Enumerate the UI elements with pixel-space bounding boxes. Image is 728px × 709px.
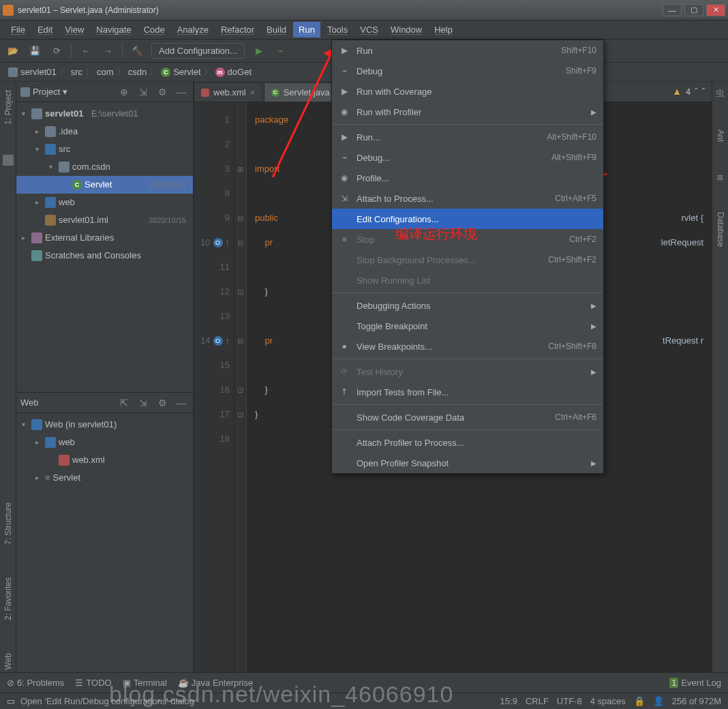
problems-tab[interactable]: ⊘6: Problems — [7, 678, 64, 688]
expand-icon[interactable]: ⇲ — [136, 85, 151, 100]
project-panel-title: Project — [33, 87, 60, 97]
tab-project[interactable]: 1: Project — [2, 87, 14, 127]
maximize-button[interactable]: ▢ — [684, 4, 703, 16]
tree-item[interactable]: ▾com.csdn — [16, 158, 193, 176]
menu-build[interactable]: Build — [261, 22, 292, 37]
lock-icon[interactable]: 🔒 — [634, 696, 645, 706]
statusbar: ▭ Open 'Edit Run/Debug configurations' d… — [0, 693, 728, 709]
terminal-tab[interactable]: ▣Terminal — [123, 678, 167, 688]
hide-icon[interactable]: — — [174, 85, 189, 100]
menu-item[interactable]: ⌁DebugShift+F9 — [332, 61, 603, 81]
collapse-icon[interactable]: ⇱ — [117, 395, 132, 410]
window-title: servlet01 – Servlet.java (Administrator) — [18, 5, 663, 15]
todo-tab[interactable]: ☰TODO — [75, 678, 111, 688]
bc-csdn[interactable]: csdn — [128, 67, 147, 77]
tree-item[interactable]: ▸≡Servlet — [16, 469, 193, 487]
tree-item[interactable]: web.xml — [16, 451, 193, 469]
bc-servlet[interactable]: CServlet — [161, 67, 200, 77]
menu-item[interactable]: ◉Profile... — [332, 168, 603, 188]
forward-icon[interactable]: → — [100, 44, 115, 59]
user-icon[interactable]: 👤 — [653, 696, 664, 706]
settings-icon[interactable]: ⚙ — [155, 85, 170, 100]
tree-root[interactable]: ▾servlet01 E:\servlet01 — [16, 105, 193, 123]
menu-item[interactable]: Show Code Coverage DataCtrl+Alt+F6 — [332, 407, 603, 427]
eventlog-tab[interactable]: 1Event Log — [669, 678, 721, 688]
status-memory[interactable]: 256 of 972M — [672, 696, 721, 706]
bc-project[interactable]: servlet01 — [8, 67, 57, 77]
tree-scratches[interactable]: Scratches and Consoles — [16, 247, 193, 265]
menu-item[interactable]: ⌁Debug...Alt+Shift+F9 — [332, 147, 603, 168]
menu-item[interactable]: ▶RunShift+F10 — [332, 40, 603, 61]
tree-external[interactable]: ▸External Libraries — [16, 229, 193, 247]
tab-web[interactable]: Web — [2, 650, 14, 672]
menu-refactor[interactable]: Refactor — [215, 22, 260, 37]
menu-item[interactable]: ●View Breakpoints...Ctrl+Shift+F8 — [332, 336, 603, 357]
menu-navigate[interactable]: Navigate — [91, 22, 136, 37]
menu-window[interactable]: Window — [385, 22, 427, 37]
menu-item: Stop Background Processes...Ctrl+Shift+F… — [332, 250, 603, 270]
status-encoding[interactable]: UTF-8 — [557, 696, 582, 706]
menu-code[interactable]: Code — [138, 22, 170, 37]
menu-item[interactable]: Edit Configurations... — [332, 209, 603, 229]
hide-icon[interactable]: — — [174, 395, 189, 410]
locate-icon[interactable]: ⊕ — [117, 85, 132, 100]
menu-item[interactable]: ⇲Attach to Process...Ctrl+Alt+F5 — [332, 188, 603, 209]
settings-icon[interactable]: ⚙ — [155, 395, 170, 410]
tree-item-selected[interactable]: CServlet2020/10/15 — [16, 176, 193, 194]
tab-favorites[interactable]: 2: Favorites — [2, 575, 14, 623]
close-button[interactable]: ✕ — [706, 4, 725, 16]
ant-icon: ⾍ — [716, 87, 725, 100]
menu-help[interactable]: Help — [429, 22, 458, 37]
tab-database[interactable]: Database — [714, 209, 727, 250]
menu-item[interactable]: Toggle Breakpoint▶ — [332, 316, 603, 336]
save-icon[interactable]: 💾 — [27, 44, 42, 59]
menu-item: ■StopCtrl+F2 — [332, 229, 603, 250]
bottom-toolbar: ⊘6: Problems ☰TODO ▣Terminal ☕Java Enter… — [0, 672, 728, 693]
menu-item[interactable]: Debugging Actions▶ — [332, 295, 603, 316]
status-position[interactable]: 15:9 — [500, 696, 517, 706]
bc-src[interactable]: src — [71, 67, 82, 77]
tree-item[interactable]: servlet01.iml2020/10/15 — [16, 211, 193, 229]
menu-tools[interactable]: Tools — [322, 22, 353, 37]
je-tab[interactable]: ☕Java Enterprise — [178, 678, 253, 688]
menu-analyze[interactable]: Analyze — [172, 22, 214, 37]
menu-file[interactable]: File — [5, 22, 31, 37]
run-menu: ▶RunShift+F10⌁DebugShift+F9▶Run with Cov… — [331, 40, 604, 474]
web-tree-root[interactable]: ▾Web (in servlet01) — [16, 416, 193, 434]
run-icon[interactable]: ▶ — [252, 44, 267, 59]
build-icon[interactable]: 🔨 — [130, 44, 145, 59]
menu-item[interactable]: ▶Run with Coverage — [332, 81, 603, 102]
fold-gutter[interactable]: ⊞ ⊟ ⊟ ⊡ ⊟ ⊡ ⊡ — [234, 102, 247, 672]
menu-view[interactable]: View — [59, 22, 89, 37]
folder-icon[interactable] — [3, 155, 14, 166]
open-icon[interactable]: 📂 — [5, 44, 20, 59]
bc-doget[interactable]: mdoGet — [215, 67, 252, 77]
expand-all-icon[interactable]: ⇲ — [136, 395, 151, 410]
add-configuration-button[interactable]: Add Configuration... — [151, 43, 245, 59]
tab-ant[interactable]: Ant — [714, 127, 727, 145]
status-eol[interactable]: CRLF — [526, 696, 549, 706]
bc-com[interactable]: com — [97, 67, 114, 77]
menu-vcs[interactable]: VCS — [354, 22, 384, 37]
menu-item[interactable]: Attach Profiler to Process... — [332, 432, 603, 453]
back-icon[interactable]: ← — [78, 44, 93, 59]
debug-icon[interactable]: ⌁ — [273, 44, 288, 59]
tab-webxml[interactable]: web.xml× — [194, 82, 262, 102]
minimize-button[interactable]: — — [663, 4, 682, 16]
tree-item[interactable]: ▾src — [16, 140, 193, 158]
menu-item[interactable]: ◉Run with Profiler▶ — [332, 102, 603, 122]
right-sidebar: ⾍ Ant ≣ Database — [712, 82, 728, 672]
tree-item[interactable]: ▸web — [16, 194, 193, 211]
refresh-icon[interactable]: ⟳ — [49, 44, 64, 59]
tree-item[interactable]: ▸.idea — [16, 123, 193, 140]
status-indent[interactable]: 4 spaces — [590, 696, 626, 706]
warnings-badge[interactable]: ▲4 ˆˇ — [672, 86, 705, 97]
menu-item[interactable]: ▶Run...Alt+Shift+F10 — [332, 127, 603, 147]
menu-run[interactable]: Run — [293, 22, 320, 37]
menu-item[interactable]: Open Profiler Snapshot▶ — [332, 453, 603, 473]
left-sidebar: 1: Project 7: Structure 2: Favorites Web — [0, 82, 16, 672]
tab-structure[interactable]: 7: Structure — [2, 500, 14, 547]
menu-item[interactable]: ⤒Import Tests from File... — [332, 382, 603, 402]
menu-edit[interactable]: Edit — [32, 22, 58, 37]
tree-item[interactable]: ▸web — [16, 434, 193, 451]
